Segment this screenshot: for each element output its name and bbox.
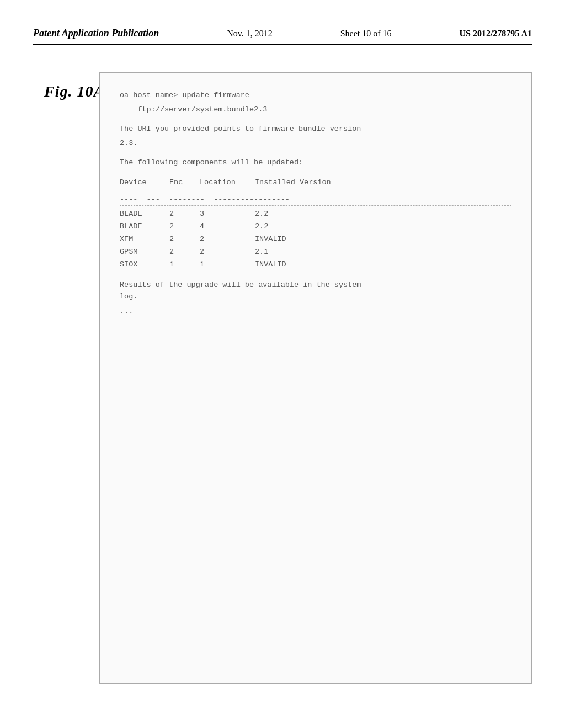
table-cell: 1 [169,259,200,271]
figure-content-box: oa host_name> update firmware ftp://serv… [99,72,532,684]
publication-date: Nov. 1, 2012 [227,29,273,39]
command-line: oa host_name> update firmware [120,89,511,101]
table-row: BLADE242.2 [120,221,511,233]
log-line: log. [120,291,511,303]
table-row: XFM22INVALID [120,233,511,246]
table-row: GPSM222.1 [120,246,511,259]
table-cell: 2.2 [255,221,365,233]
table-cell: XFM [120,233,169,246]
table-cell: SIOX [120,259,169,271]
table-cell: 2 [169,221,200,233]
ellipsis: ... [120,305,511,317]
table-cell: 2 [169,233,200,246]
figure-label: Fig. 10A [44,83,104,100]
following-line: The following components will be updated… [120,157,511,169]
col-header-enc: Enc [169,176,200,189]
table-cell: 2.1 [255,246,365,259]
col-header-device: Device [120,176,169,189]
table-cell: 1 [200,259,255,271]
table-cell: 2 [200,233,255,246]
publication-title: Patent Application Publication [33,28,159,39]
results-line: Results of the upgrade will be available… [120,279,511,291]
patent-number: US 2012/278795 A1 [459,29,532,39]
sheet-label: Sheet 10 of 16 [340,29,392,39]
table-row: SIOX11INVALID [120,259,511,271]
col-header-location: Location [200,176,255,189]
table-cell: 2 [169,246,200,259]
table-rows: BLADE232.2BLADE242.2XFM22INVALIDGPSM222.… [120,208,511,271]
table-cell: 2.2 [255,208,365,221]
table-cell: BLADE [120,221,169,233]
uri-line: ftp://server/system.bundle2.3 [120,104,511,116]
table-cell: 2 [169,208,200,221]
table-cell: INVALID [255,233,365,246]
table-cell: GPSM [120,246,169,259]
device-table: Device Enc Location Installed Version --… [120,176,511,271]
version-info-line: The URI you provided points to firmware … [120,123,511,135]
table-cell: 2 [200,246,255,259]
table-row: BLADE232.2 [120,208,511,221]
table-cell: 4 [200,221,255,233]
table-cell: 3 [200,208,255,221]
page-container: Patent Application Publication Nov. 1, 2… [0,0,565,728]
table-separator: ---- --- -------- ----------------- [120,194,511,206]
page-header: Patent Application Publication Nov. 1, 2… [33,28,532,45]
table-cell: INVALID [255,259,365,271]
table-header: Device Enc Location Installed Version [120,176,511,191]
table-cell: BLADE [120,208,169,221]
col-header-version: Installed Version [255,176,365,189]
spacer [120,151,511,157]
version-num-line: 2.3. [120,137,511,149]
